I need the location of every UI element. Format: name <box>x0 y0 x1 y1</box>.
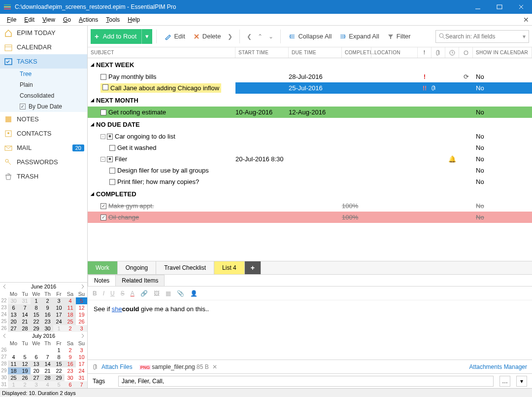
task-checkbox[interactable] <box>107 156 113 162</box>
task-view-tree[interactable]: Tree <box>9 69 87 79</box>
task-row[interactable]: Print filer; how many copies?No <box>88 176 532 187</box>
task-row[interactable]: -Car ongoing to do listNo <box>88 131 532 142</box>
cal-day[interactable]: 3 <box>76 325 87 332</box>
cal-day[interactable]: 6 <box>8 304 19 311</box>
cal-day[interactable]: 24 <box>76 367 87 374</box>
cal-day[interactable]: 10 <box>76 354 87 361</box>
cal-day[interactable]: 6 <box>31 354 42 361</box>
cal-day[interactable]: 26 <box>76 318 87 325</box>
cal-day[interactable]: 27 <box>8 325 19 332</box>
task-row[interactable]: Call Jane about adding Chicago inflow25-… <box>88 82 532 94</box>
cal-day[interactable]: 6 <box>65 381 76 388</box>
strike-button[interactable]: S <box>121 290 125 297</box>
menu-view[interactable]: View <box>38 15 59 24</box>
collapse-all-button[interactable]: Collapse All <box>285 29 335 44</box>
tree-toggle[interactable]: - <box>100 157 105 162</box>
note-editor[interactable]: See if shecould give me a hand on this.. <box>88 300 532 360</box>
cal-day[interactable] <box>31 347 42 354</box>
image-button[interactable]: 🖼 <box>154 290 160 297</box>
expand-all-button[interactable]: Expand All <box>335 29 383 44</box>
cal-day[interactable]: 5 <box>19 354 31 361</box>
cal-day[interactable]: 10 <box>53 304 65 311</box>
cal-day[interactable]: 25 <box>65 318 76 325</box>
cal-day[interactable]: 4 <box>8 354 19 361</box>
cal-day[interactable]: 8 <box>53 354 65 361</box>
cal-day[interactable]: 15 <box>31 311 42 318</box>
delete-button[interactable]: Delete <box>189 29 225 44</box>
task-view-plain[interactable]: Plain <box>9 79 87 90</box>
nav-down-icon[interactable]: ⌄ <box>266 30 276 43</box>
list-tab-list-4[interactable]: List 4 <box>214 261 245 274</box>
cal-day[interactable]: 4 <box>42 381 53 388</box>
cal-day[interactable]: 9 <box>42 304 53 311</box>
task-checkbox[interactable] <box>100 109 106 115</box>
col-priority[interactable]: ! <box>418 47 432 58</box>
cal-day[interactable]: 26 <box>19 374 31 381</box>
cal-day[interactable]: 20 <box>8 318 19 325</box>
cal-day[interactable]: 9 <box>65 354 76 361</box>
attach-files-link[interactable]: Attach Files <box>101 363 133 370</box>
cal-day[interactable]: 13 <box>8 311 19 318</box>
cal-day[interactable]: 4 <box>65 297 76 304</box>
cal-day[interactable]: 11 <box>8 361 19 367</box>
list-tab-travel-checklist[interactable]: Travel Checklist <box>156 261 214 274</box>
cal-day[interactable]: 2 <box>65 347 76 354</box>
cal-day[interactable]: 16 <box>42 311 53 318</box>
search-dropdown[interactable]: ▾ <box>523 33 526 40</box>
filter-button[interactable]: Filter <box>383 29 415 44</box>
cal-day[interactable]: 15 <box>53 361 65 367</box>
nav-contacts[interactable]: CONTACTS <box>0 126 87 141</box>
cal-day[interactable] <box>19 347 31 354</box>
cal-day[interactable]: 8 <box>31 304 42 311</box>
list-tab-work[interactable]: Work <box>88 261 118 274</box>
task-checkbox[interactable] <box>109 145 115 151</box>
tags-input[interactable] <box>118 376 494 387</box>
prev-month[interactable] <box>2 284 7 289</box>
checkbox[interactable] <box>20 104 26 109</box>
menu-go[interactable]: Go <box>59 15 75 24</box>
tags-more-button[interactable]: … <box>499 376 510 387</box>
link-button[interactable]: 🔗 <box>140 290 148 297</box>
tags-dropdown-button[interactable]: ▾ <box>516 376 527 387</box>
col-reminder[interactable] <box>445 47 459 58</box>
menu-tools[interactable]: Tools <box>102 15 124 24</box>
task-row[interactable]: Pay monthly bills28-Jul-2016!⟳No <box>88 71 532 82</box>
next-month[interactable] <box>80 284 85 289</box>
list-tab-ongoing[interactable]: Ongoing <box>118 261 156 274</box>
col-show[interactable]: SHOW IN CALENDAR <box>473 47 532 58</box>
maximize-button[interactable] <box>489 0 510 14</box>
cal-day[interactable]: 23 <box>65 367 76 374</box>
task-checkbox[interactable] <box>109 179 115 185</box>
task-row[interactable]: Get it washedNo <box>88 142 532 153</box>
cal-day[interactable]: 29 <box>53 374 65 381</box>
menu-actions[interactable]: Actions <box>75 15 102 24</box>
cal-day[interactable]: 3 <box>31 381 42 388</box>
cal-day[interactable]: 7 <box>19 304 31 311</box>
cal-day[interactable]: 7 <box>76 381 87 388</box>
cal-day[interactable]: 22 <box>53 367 65 374</box>
cal-day[interactable]: 29 <box>31 325 42 332</box>
attach-button[interactable]: 📎 <box>177 290 184 297</box>
italic-button[interactable]: I <box>103 290 104 297</box>
cal-day[interactable]: 25 <box>8 374 19 381</box>
cal-day[interactable]: 1 <box>8 381 19 388</box>
cal-day[interactable]: 7 <box>42 354 53 361</box>
task-group[interactable]: ◢NO DUE DATE <box>88 118 532 131</box>
col-subject[interactable]: SUBJECT <box>88 47 235 58</box>
cal-day[interactable] <box>42 347 53 354</box>
cal-day[interactable]: 14 <box>42 361 53 367</box>
nav-trash[interactable]: TRASH <box>0 169 87 183</box>
edit-button[interactable]: Edit <box>161 29 189 44</box>
task-group[interactable]: ◢NEXT MONTH <box>88 94 532 107</box>
task-view-by-due-date[interactable]: By Due Date <box>9 101 87 112</box>
task-checkbox[interactable] <box>102 84 108 90</box>
cal-day[interactable]: 19 <box>76 311 87 318</box>
cal-day[interactable]: 27 <box>31 374 42 381</box>
cal-day[interactable]: 5 <box>76 297 87 304</box>
cal-day[interactable]: 30 <box>42 325 53 332</box>
attached-file[interactable]: PNGsample_filer.png 85 B ✕ <box>139 363 217 370</box>
task-checkbox[interactable] <box>107 134 113 140</box>
cal-day[interactable]: 24 <box>53 318 65 325</box>
cal-day[interactable]: 3 <box>53 297 65 304</box>
col-repeat[interactable] <box>459 47 473 58</box>
